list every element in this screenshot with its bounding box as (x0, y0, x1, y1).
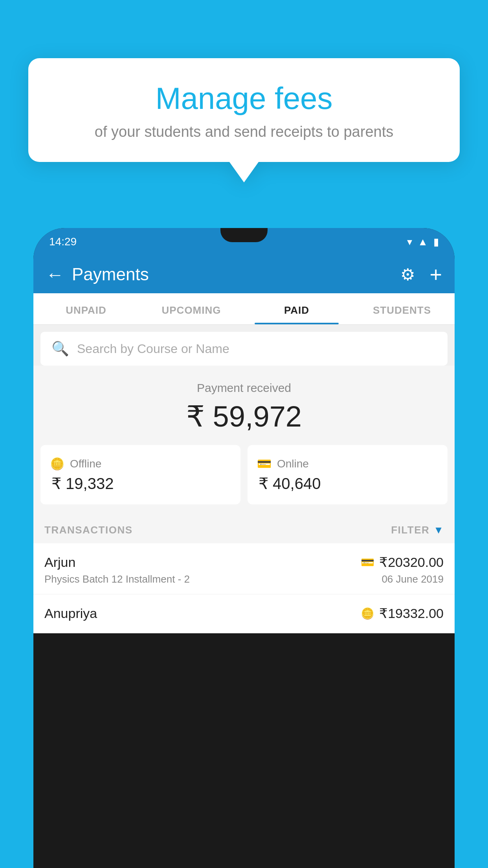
transaction-date: 06 June 2019 (382, 573, 444, 585)
transaction-name: Anupriya (44, 606, 97, 621)
search-input[interactable]: Search by Course or Name (77, 342, 229, 356)
offline-label: Offline (70, 458, 101, 470)
transaction-amount-row: 💳 ₹20320.00 (361, 554, 444, 570)
online-icon: 💳 (257, 457, 272, 471)
offline-card: 🪙 Offline ₹ 19,332 (40, 445, 240, 504)
transaction-course: Physics Batch 12 Installment - 2 (44, 573, 190, 585)
filter-row[interactable]: FILTER ▼ (391, 524, 444, 536)
payment-total-amount: ₹ 59,972 (41, 399, 447, 433)
transaction-list: Arjun 💳 ₹20320.00 Physics Batch 12 Insta… (33, 543, 455, 633)
transaction-amount-row: 🪙 ₹19332.00 (361, 605, 444, 621)
online-label: Online (277, 458, 309, 470)
payment-summary: Payment received ₹ 59,972 (33, 366, 455, 445)
phone-notch (220, 228, 268, 242)
table-row[interactable]: Arjun 💳 ₹20320.00 Physics Batch 12 Insta… (33, 543, 455, 594)
payment-received-label: Payment received (41, 381, 447, 395)
filter-icon[interactable]: ▼ (433, 524, 444, 536)
payment-cards: 🪙 Offline ₹ 19,332 💳 Online ₹ 40,640 (33, 445, 455, 514)
screen-content: 🔍 Search by Course or Name Payment recei… (33, 325, 455, 633)
offline-icon: 🪙 (50, 457, 64, 471)
offline-label-row: 🪙 Offline (50, 457, 231, 471)
transactions-label: TRANSACTIONS (44, 524, 133, 536)
transaction-row-top: Anupriya 🪙 ₹19332.00 (44, 605, 444, 621)
transactions-header: TRANSACTIONS FILTER ▼ (33, 514, 455, 543)
tab-paid[interactable]: PAID (244, 293, 349, 324)
offline-payment-icon: 🪙 (361, 607, 374, 620)
filter-label: FILTER (391, 524, 429, 536)
back-button[interactable]: ← (46, 264, 64, 285)
online-amount: ₹ 40,640 (257, 474, 438, 493)
add-button[interactable]: + (429, 262, 442, 287)
bubble-title: Manage fees (48, 82, 440, 116)
transaction-name: Arjun (44, 555, 75, 570)
header-title: Payments (72, 265, 393, 284)
tab-students[interactable]: STUDENTS (349, 293, 455, 324)
card-payment-icon: 💳 (361, 556, 374, 569)
search-bar[interactable]: 🔍 Search by Course or Name (40, 332, 448, 366)
settings-icon[interactable]: ⚙ (400, 265, 415, 284)
battery-icon: ▮ (433, 236, 439, 248)
signal-icon: ▲ (418, 236, 428, 248)
transaction-amount: ₹20320.00 (379, 554, 444, 570)
search-icon: 🔍 (51, 340, 69, 357)
offline-amount: ₹ 19,332 (50, 474, 231, 493)
app-header: ← Payments ⚙ + (33, 256, 455, 293)
speech-bubble: Manage fees of your students and send re… (28, 58, 460, 162)
status-time: 14:29 (49, 235, 77, 248)
transaction-row-bottom: Physics Batch 12 Installment - 2 06 June… (44, 573, 444, 585)
transaction-row-top: Arjun 💳 ₹20320.00 (44, 554, 444, 570)
wifi-icon: ▾ (407, 236, 412, 248)
tab-upcoming[interactable]: UPCOMING (139, 293, 244, 324)
status-bar: 14:29 ▾ ▲ ▮ (33, 228, 455, 256)
tabs-bar: UNPAID UPCOMING PAID STUDENTS (33, 293, 455, 325)
transaction-amount: ₹19332.00 (379, 605, 444, 621)
table-row[interactable]: Anupriya 🪙 ₹19332.00 (33, 594, 455, 633)
phone-frame: 14:29 ▾ ▲ ▮ ← Payments ⚙ + UNPAID UPCOMI… (33, 228, 455, 868)
online-label-row: 💳 Online (257, 457, 438, 471)
tab-unpaid[interactable]: UNPAID (33, 293, 139, 324)
bubble-subtitle: of your students and send receipts to pa… (48, 123, 440, 140)
status-icons: ▾ ▲ ▮ (407, 236, 439, 248)
online-card: 💳 Online ₹ 40,640 (248, 445, 448, 504)
